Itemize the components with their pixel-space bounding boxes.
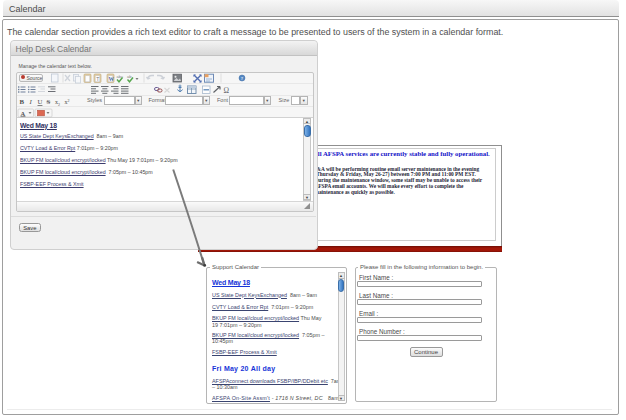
svg-text:2: 2: [58, 102, 60, 107]
svg-text:W: W: [108, 75, 114, 81]
svg-text:U: U: [37, 98, 42, 105]
svg-text:S: S: [46, 98, 50, 105]
svg-text:A: A: [20, 109, 25, 116]
svg-text:B: B: [19, 98, 24, 105]
svg-text:Ω: Ω: [223, 86, 229, 95]
svg-text:2: 2: [67, 97, 69, 102]
svg-text:T: T: [96, 75, 99, 81]
svg-text:I: I: [28, 98, 32, 105]
